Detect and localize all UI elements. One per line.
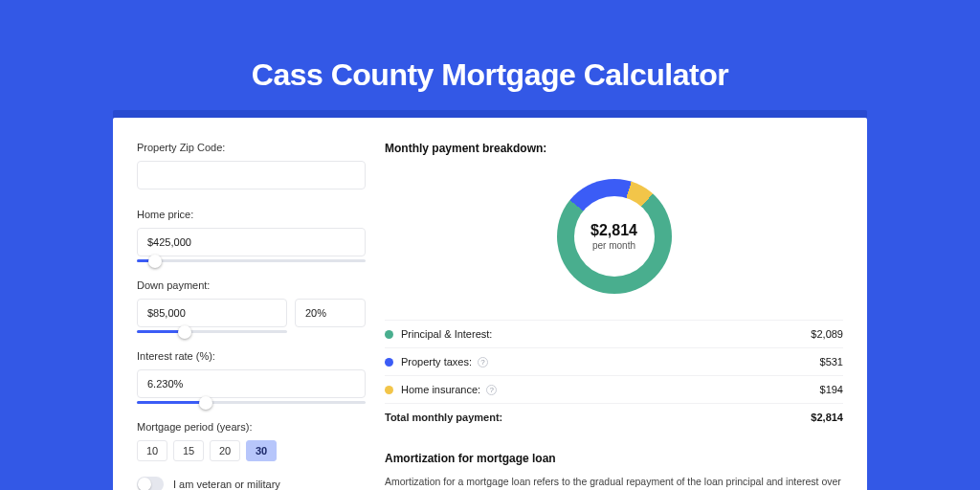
period-option-10[interactable]: 10 — [137, 440, 167, 461]
interest-rate-label: Interest rate (%): — [137, 350, 366, 362]
zip-block: Property Zip Code: — [137, 142, 366, 189]
period-option-15[interactable]: 15 — [173, 440, 204, 461]
amortization-title: Amortization for mortgage loan — [385, 452, 843, 465]
period-label: Mortgage period (years): — [137, 421, 366, 433]
legend-label: Home insurance: — [401, 384, 480, 395]
veteran-toggle[interactable] — [137, 477, 164, 490]
donut-chart: $2,814 per month — [385, 167, 843, 305]
legend-row: Principal & Interest:$2,089 — [385, 320, 843, 347]
down-payment-label: Down payment: — [137, 279, 366, 291]
legend-row: Home insurance:?$194 — [385, 375, 843, 403]
home-price-input[interactable] — [137, 228, 366, 256]
veteran-label: I am veteran or military — [173, 479, 280, 490]
total-row: Total monthly payment:$2,814 — [385, 403, 843, 431]
home-price-label: Home price: — [137, 209, 366, 220]
amortization-text: Amortization for a mortgage loan refers … — [385, 475, 843, 490]
inputs-column: Property Zip Code: Home price: Down paym… — [137, 142, 366, 490]
yellow-dot-icon — [385, 386, 393, 394]
legend-value: $531 — [820, 356, 843, 368]
blue-dot-icon — [385, 358, 393, 367]
breakdown-title: Monthly payment breakdown: — [385, 142, 843, 155]
calculator-panel: Property Zip Code: Home price: Down paym… — [113, 118, 867, 490]
period-option-30[interactable]: 30 — [246, 440, 277, 461]
breakdown-column: Monthly payment breakdown: $2,814 per mo… — [385, 142, 843, 490]
zip-label: Property Zip Code: — [137, 142, 366, 153]
info-icon[interactable]: ? — [478, 357, 488, 368]
down-payment-slider[interactable] — [137, 330, 287, 333]
total-value: $2,814 — [811, 412, 843, 423]
period-block: Mortgage period (years): 10152030 — [137, 421, 366, 461]
period-options: 10152030 — [137, 440, 366, 461]
veteran-row: I am veteran or military — [137, 477, 366, 490]
donut-amount: $2,814 — [590, 222, 637, 239]
legend-label: Property taxes: — [401, 356, 472, 368]
zip-input[interactable] — [137, 161, 366, 189]
donut-subtitle: per month — [592, 240, 635, 251]
period-option-20[interactable]: 20 — [210, 440, 240, 461]
info-icon[interactable]: ? — [486, 385, 497, 395]
total-label: Total monthly payment: — [385, 412, 502, 423]
down-payment-block: Down payment: — [137, 279, 366, 333]
green-dot-icon — [385, 330, 393, 339]
page-title: Cass County Mortgage Calculator — [0, 0, 980, 93]
legend-value: $194 — [820, 384, 843, 395]
home-price-slider[interactable] — [137, 259, 366, 262]
legend-value: $2,089 — [811, 328, 843, 340]
home-price-block: Home price: — [137, 209, 366, 262]
interest-rate-block: Interest rate (%): — [137, 350, 366, 404]
down-payment-percent-input[interactable] — [295, 299, 366, 327]
interest-rate-slider[interactable] — [137, 401, 366, 404]
legend-label: Principal & Interest: — [401, 328, 492, 340]
interest-rate-input[interactable] — [137, 369, 366, 398]
shadow-header: Property Zip Code: Home price: Down paym… — [113, 110, 867, 490]
legend-row: Property taxes:?$531 — [385, 347, 843, 375]
legend: Principal & Interest:$2,089Property taxe… — [385, 320, 843, 431]
down-payment-amount-input[interactable] — [137, 299, 287, 327]
